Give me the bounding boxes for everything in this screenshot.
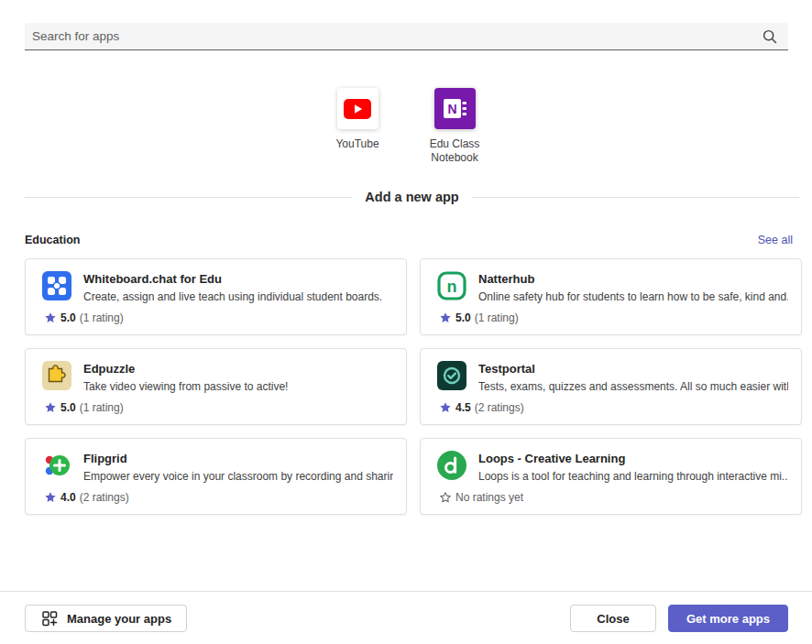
rating-count: (2 ratings): [80, 491, 129, 504]
no-rating-text: No ratings yet: [455, 491, 523, 504]
app-rating: 5.0 (1 rating): [44, 401, 393, 414]
app-title: Testportal: [478, 362, 788, 377]
close-label: Close: [597, 612, 629, 626]
rating-count: (2 ratings): [475, 401, 524, 414]
app-card-text: Loops - Creative Learning Loops is a too…: [478, 451, 788, 483]
app-card-text: Natterhub Online safety hub for students…: [478, 271, 788, 303]
get-more-apps-label: Get more apps: [686, 612, 770, 626]
app-card-flipgrid[interactable]: Flipgrid Empower every voice in your cla…: [25, 438, 407, 515]
app-card-testportal[interactable]: Testportal Tests, exams, quizzes and ass…: [420, 348, 802, 425]
close-button[interactable]: Close: [570, 605, 656, 632]
app-rating: 5.0 (1 rating): [439, 311, 788, 324]
star-outline-icon: [439, 491, 452, 504]
whiteboard-chat-icon: [42, 271, 71, 300]
apps-grid: Whiteboard.chat for Edu Create, assign a…: [25, 258, 802, 515]
app-card-whiteboard-chat[interactable]: Whiteboard.chat for Edu Create, assign a…: [25, 258, 407, 335]
rating-value: 5.0: [60, 311, 76, 324]
app-card-text: Whiteboard.chat for Edu Create, assign a…: [83, 271, 382, 303]
section-header: Education See all: [25, 234, 793, 246]
svg-text:n: n: [447, 278, 457, 296]
edu-class-notebook-icon: N: [434, 88, 476, 129]
app-title: Loops - Creative Learning: [478, 452, 788, 466]
app-description: Create, assign and live teach using indi…: [83, 290, 382, 303]
manage-your-apps-label: Manage your apps: [67, 612, 171, 626]
footer-bar: Manage your apps Close Get more apps: [0, 591, 812, 644]
search-bar: [25, 23, 788, 50]
app-rating: 4.5 (2 ratings): [439, 401, 788, 414]
manage-your-apps-button[interactable]: Manage your apps: [25, 605, 187, 632]
app-title: Natterhub: [478, 272, 788, 287]
app-card-loops[interactable]: Loops - Creative Learning Loops is a too…: [420, 438, 802, 515]
svg-text:N: N: [447, 102, 456, 116]
app-card-text: Edpuzzle Take video viewing from passive…: [83, 361, 288, 393]
app-description: Empower every voice in your classroom by…: [83, 470, 393, 483]
search-input[interactable]: [32, 29, 761, 43]
app-card-edpuzzle[interactable]: Edpuzzle Take video viewing from passive…: [25, 348, 407, 425]
app-description: Loops is a tool for teaching and learnin…: [478, 470, 788, 483]
pinned-apps-row: YouTube N Edu Class Notebook: [0, 88, 812, 165]
app-card-text: Flipgrid Empower every voice in your cla…: [83, 451, 393, 483]
pinned-app-youtube[interactable]: YouTube: [317, 88, 398, 165]
edpuzzle-icon: [42, 361, 71, 390]
rating-value: 4.0: [60, 491, 76, 504]
app-rating: 5.0 (1 rating): [44, 311, 393, 324]
rating-count: (1 rating): [80, 311, 124, 324]
search-icon[interactable]: [761, 27, 779, 46]
app-title: Flipgrid: [83, 452, 393, 466]
divider: Add a new app: [25, 189, 799, 205]
star-icon: [439, 401, 452, 414]
app-description: Online safety hub for students to learn …: [478, 290, 788, 303]
star-icon: [44, 401, 57, 414]
star-icon: [44, 491, 57, 504]
star-icon: [44, 311, 57, 324]
pinned-app-label: YouTube: [335, 137, 379, 151]
pinned-app-label: Edu Class Notebook: [425, 137, 484, 165]
manage-apps-icon: [40, 609, 59, 628]
rating-count: (1 rating): [80, 401, 124, 414]
rating-value: 5.0: [60, 401, 76, 414]
app-title: Whiteboard.chat for Edu: [83, 272, 382, 287]
app-card-text: Testportal Tests, exams, quizzes and ass…: [478, 361, 788, 393]
app-rating: 4.0 (2 ratings): [44, 491, 393, 504]
app-description: Tests, exams, quizzes and assessments. A…: [478, 380, 788, 393]
rating-count: (1 rating): [475, 311, 519, 324]
youtube-icon: [337, 88, 379, 129]
star-icon: [439, 311, 452, 324]
loops-icon: [437, 451, 466, 480]
testportal-icon: [437, 361, 466, 390]
rating-value: 4.5: [455, 401, 471, 414]
get-more-apps-button[interactable]: Get more apps: [668, 605, 788, 632]
flipgrid-icon: [42, 451, 71, 480]
app-card-natterhub[interactable]: n Natterhub Online safety hub for studen…: [420, 258, 802, 335]
app-description: Take video viewing from passive to activ…: [83, 380, 288, 393]
app-rating: No ratings yet: [439, 491, 788, 504]
see-all-link[interactable]: See all: [758, 234, 793, 246]
rating-value: 5.0: [455, 311, 471, 324]
app-title: Edpuzzle: [83, 362, 288, 377]
pinned-app-edu-class-notebook[interactable]: N Edu Class Notebook: [414, 88, 495, 165]
divider-label: Add a new app: [365, 190, 458, 204]
section-title: Education: [25, 234, 80, 246]
natterhub-icon: n: [437, 271, 466, 300]
